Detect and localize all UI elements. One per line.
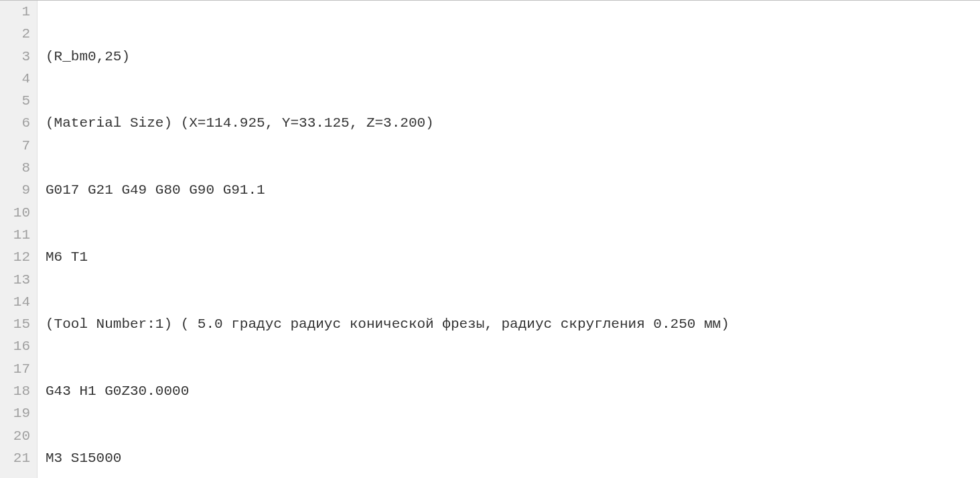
line-number-gutter: 1 2 3 4 5 6 7 8 9 10 11 12 13 14 15 16 1… xyxy=(0,1,38,478)
line-number: 7 xyxy=(0,135,30,157)
code-area[interactable]: (R_bm0,25) (Material Size) (X=114.925, Y… xyxy=(38,1,980,478)
line-number: 1 xyxy=(0,1,30,23)
line-number: 2 xyxy=(0,23,30,45)
line-number: 8 xyxy=(0,157,30,179)
code-line: (R_bm0,25) xyxy=(46,46,980,68)
line-number: 19 xyxy=(0,402,30,424)
line-number: 21 xyxy=(0,447,30,469)
line-number: 20 xyxy=(0,425,30,447)
line-number: 6 xyxy=(0,112,30,134)
code-line: M6 T1 xyxy=(46,246,980,268)
code-line: G43 H1 G0Z30.0000 xyxy=(46,380,980,402)
code-line: (Material Size) (X=114.925, Y=33.125, Z=… xyxy=(46,112,980,134)
code-line: (Tool Number:1) ( 5.0 градус радиус кони… xyxy=(46,313,980,335)
code-line: G017 G21 G49 G80 G90 G91.1 xyxy=(46,179,980,201)
line-number: 12 xyxy=(0,246,30,268)
line-number: 3 xyxy=(0,46,30,68)
code-editor: 1 2 3 4 5 6 7 8 9 10 11 12 13 14 15 16 1… xyxy=(0,0,980,478)
line-number: 9 xyxy=(0,179,30,201)
line-number: 4 xyxy=(0,68,30,90)
line-number: 10 xyxy=(0,202,30,224)
code-line: M3 S15000 xyxy=(46,447,980,469)
line-number: 14 xyxy=(0,291,30,313)
line-number: 16 xyxy=(0,335,30,357)
line-number: 17 xyxy=(0,358,30,380)
line-number: 5 xyxy=(0,90,30,112)
line-number: 18 xyxy=(0,380,30,402)
line-number: 13 xyxy=(0,269,30,291)
line-number: 15 xyxy=(0,313,30,335)
line-number: 11 xyxy=(0,224,30,246)
